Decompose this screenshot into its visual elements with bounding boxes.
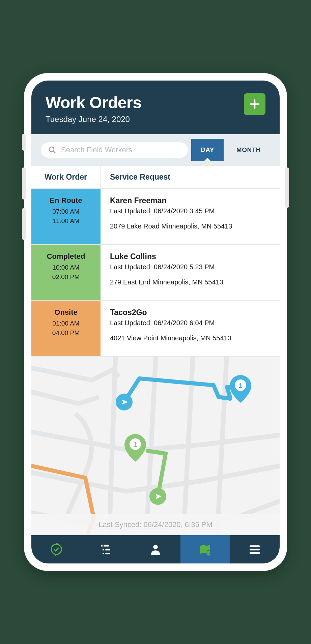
tab-day[interactable]: DAY (191, 139, 224, 161)
screen: Work Orders Tuesday June 24, 2020 DAY MO… (31, 81, 280, 563)
nav-menu[interactable] (230, 535, 280, 563)
status-cell: Onsite 01:00 AM 04:00 PM (31, 301, 101, 356)
nav-list[interactable] (81, 535, 131, 563)
nav-profile[interactable] (131, 535, 180, 563)
header: Work Orders Tuesday June 24, 2020 (31, 81, 280, 134)
sync-status: Last Synced: 06/24/2020, 6:35 PM (31, 514, 280, 535)
customer-name: Luke Collins (110, 252, 270, 261)
column-service-request: Service Request (101, 166, 280, 188)
svg-rect-15 (105, 553, 110, 554)
search-wrapper[interactable] (41, 142, 188, 158)
status-end: 11:00 AM (35, 216, 97, 226)
order-row[interactable]: Onsite 01:00 AM 04:00 PM Tacos2Go Last U… (31, 301, 280, 357)
status-label: Completed (35, 252, 97, 261)
bottom-nav (31, 535, 280, 563)
svg-point-9 (51, 544, 61, 554)
toolbar: DAY MONTH (31, 134, 280, 166)
list-icon (99, 543, 113, 556)
svg-rect-19 (250, 549, 260, 550)
status-end: 04:00 PM (35, 328, 97, 338)
tab-month[interactable]: MONTH (227, 139, 270, 161)
sync-icon (50, 543, 63, 556)
page-subtitle: Tuesday June 24, 2020 (46, 115, 141, 124)
marker-arrow-green[interactable] (149, 488, 166, 505)
svg-text:1: 1 (238, 382, 242, 389)
svg-point-16 (153, 545, 158, 549)
status-start: 01:00 AM (35, 319, 97, 328)
last-updated: Last Updated: 06/24/2020 3:45 PM (110, 207, 270, 215)
nav-sync[interactable] (31, 535, 81, 563)
orders-list: En Route 07:00 AM 11:00 AM Karen Freeman… (31, 189, 280, 357)
svg-rect-11 (104, 545, 109, 547)
svg-rect-10 (101, 545, 103, 547)
customer-name: Tacos2Go (110, 308, 270, 317)
person-icon (149, 543, 162, 556)
plus-icon (249, 98, 261, 110)
svg-rect-14 (103, 553, 104, 554)
address: 2079 Lake Road Minneapolis, MN 55413 (110, 222, 270, 230)
map-canvas: 1 1 (31, 357, 280, 535)
customer-name: Karen Freeman (110, 196, 270, 205)
nav-map[interactable] (180, 535, 230, 563)
map[interactable]: 1 1 Last Synced: 06/24/2020, 6:35 PM (31, 357, 280, 535)
status-start: 10:00 AM (35, 263, 97, 272)
svg-rect-18 (250, 545, 260, 547)
info-cell: Luke Collins Last Updated: 06/24/2020 5:… (101, 245, 280, 300)
status-end: 02:00 PM (35, 272, 97, 282)
last-updated: Last Updated: 06/24/2020 5:23 PM (110, 263, 270, 271)
phone-side-button (285, 167, 289, 208)
order-row[interactable]: En Route 07:00 AM 11:00 AM Karen Freeman… (31, 189, 280, 245)
svg-rect-20 (250, 552, 260, 554)
column-work-order: Work Order (31, 166, 101, 188)
info-cell: Tacos2Go Last Updated: 06/24/2020 6:04 P… (101, 301, 280, 356)
status-start: 07:00 AM (35, 207, 97, 216)
info-cell: Karen Freeman Last Updated: 06/24/2020 3… (101, 189, 280, 244)
order-row[interactable]: Completed 10:00 AM 02:00 PM Luke Collins… (31, 245, 280, 301)
last-updated: Last Updated: 06/24/2020 6:04 PM (110, 319, 270, 327)
svg-text:1: 1 (133, 441, 137, 448)
search-icon (48, 146, 56, 154)
status-label: Onsite (35, 308, 97, 317)
phone-side-button (22, 134, 26, 151)
status-label: En Route (35, 196, 97, 205)
page-title: Work Orders (46, 93, 141, 112)
svg-line-1 (53, 151, 55, 153)
map-person-icon (198, 543, 212, 556)
status-cell: En Route 07:00 AM 11:00 AM (31, 189, 101, 244)
add-button[interactable] (244, 93, 265, 115)
svg-rect-13 (105, 549, 110, 550)
search-input[interactable] (61, 146, 180, 154)
status-cell: Completed 10:00 AM 02:00 PM (31, 245, 101, 300)
svg-rect-12 (103, 549, 104, 550)
address: 279 East End Minneapolis, MN 55413 (110, 278, 270, 286)
marker-arrow-blue[interactable] (116, 394, 133, 410)
phone-side-button (22, 208, 26, 240)
hamburger-icon (248, 543, 261, 556)
column-headers: Work Order Service Request (31, 166, 280, 189)
phone-frame: Work Orders Tuesday June 24, 2020 DAY MO… (24, 73, 287, 571)
phone-side-button (22, 167, 26, 200)
address: 4021 View Point Minneapolis, MN 55413 (110, 334, 270, 342)
